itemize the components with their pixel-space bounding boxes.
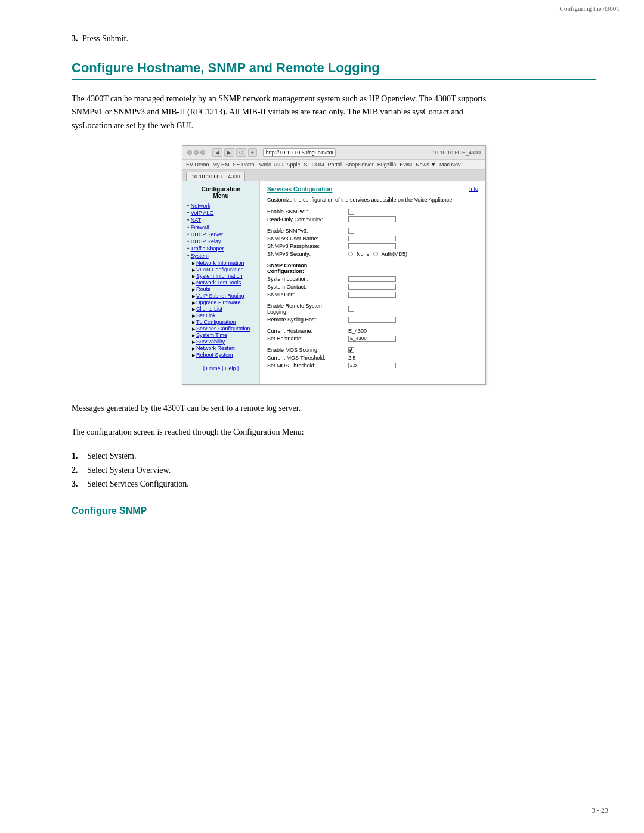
bookmark-mac-nov[interactable]: Mac Nov bbox=[439, 162, 461, 168]
step-3: 3. Select Services Configuration. bbox=[72, 477, 596, 491]
checkbox-snmpv3[interactable] bbox=[348, 228, 354, 234]
config-sidebar: Configuration Menu Network VoIP ALG NAT … bbox=[182, 181, 260, 384]
input-set-mos[interactable]: 2.5 bbox=[348, 363, 396, 368]
tab-main[interactable]: 10.10.10.60 E_4300 bbox=[186, 172, 245, 181]
forward-button[interactable]: ▶ bbox=[224, 148, 234, 157]
browser-dot-red bbox=[187, 150, 192, 155]
submenu-reboot-system[interactable]: Reboot System bbox=[192, 352, 255, 358]
field-set-mos: Set MOS Threshold: 2.5 bbox=[267, 363, 478, 368]
menu-item-voip-alg[interactable]: VoIP ALG bbox=[187, 210, 255, 216]
bookmark-sf-com[interactable]: SF.COM bbox=[304, 162, 324, 168]
input-system-location[interactable] bbox=[348, 276, 396, 282]
bookmark-news[interactable]: News ▼ bbox=[416, 162, 436, 168]
bookmark-ev-demo[interactable]: EV Demo bbox=[186, 162, 209, 168]
bookmark-snapserver[interactable]: SnapServer bbox=[345, 162, 374, 168]
intro-text: The 4300T can be managed remotely by an … bbox=[72, 92, 489, 132]
services-config-title: Services Configuration bbox=[267, 186, 332, 193]
field-snmp-common-config: SNMP CommonConfiguration: bbox=[267, 262, 478, 274]
submenu-system-time[interactable]: System Time bbox=[192, 332, 255, 338]
input-snmpv3-passphrase[interactable] bbox=[348, 243, 396, 249]
step-press-submit: 3. Press Submit. bbox=[72, 34, 596, 44]
input-set-hostname[interactable]: E_4300 bbox=[348, 336, 396, 342]
config-menu-title: Configuration Menu bbox=[187, 186, 255, 199]
bookmark-my-em[interactable]: My EM bbox=[213, 162, 230, 168]
input-system-contact[interactable] bbox=[348, 284, 396, 290]
submenu-network-test[interactable]: Network Test Tools bbox=[192, 280, 255, 286]
config-menu-list: Network VoIP ALG NAT Firewall DHCP Serve… bbox=[187, 203, 255, 259]
config-submenu: Network Information VLAN Configuration S… bbox=[187, 260, 255, 358]
menu-item-dhcp-relay[interactable]: DHCP Relay bbox=[187, 239, 255, 244]
field-snmpv3-username: SNMPv3 User Name: bbox=[267, 236, 478, 241]
field-enable-remote-logging: Enable Remote SystemLogging: bbox=[267, 303, 478, 315]
bookmark-apple[interactable]: Apple bbox=[287, 162, 301, 168]
page-header: Configuring the 4300T bbox=[0, 0, 644, 16]
submenu-survivability[interactable]: Survivability bbox=[192, 339, 255, 345]
services-config-desc: Customize the configuration of the servi… bbox=[267, 196, 478, 204]
tab-bar: 10.10.10.60 E_4300 bbox=[182, 170, 485, 181]
page-footer: 3 - 23 bbox=[592, 806, 608, 815]
submenu-upgrade-firmware[interactable]: Upgrade Firmware bbox=[192, 299, 255, 305]
input-read-only-community[interactable] bbox=[348, 216, 396, 222]
browser-dots bbox=[187, 150, 205, 155]
submenu-vlan-config[interactable]: VLAN Configuration bbox=[192, 267, 255, 272]
radio-auth-md5[interactable] bbox=[373, 252, 378, 256]
submenu-network-info[interactable]: Network Information bbox=[192, 260, 255, 266]
home-link[interactable]: | Home | Help | bbox=[203, 366, 239, 371]
reload-button[interactable]: C bbox=[236, 148, 246, 157]
menu-item-nat[interactable]: NAT bbox=[187, 217, 255, 223]
radio-snmpv3-security: None Auth(MD5) bbox=[348, 251, 407, 257]
submenu-tl-config[interactable]: TL Configuration bbox=[192, 319, 255, 325]
radio-none[interactable] bbox=[348, 252, 353, 256]
browser-nav: ◀ ▶ C + bbox=[212, 148, 257, 157]
bookmark-bugzilla[interactable]: Bugzilla bbox=[377, 162, 397, 168]
bookmark-vario-tac[interactable]: Vario TAC bbox=[259, 162, 283, 168]
menu-item-firewall[interactable]: Firewall bbox=[187, 224, 255, 230]
step-2: 2. Select System Overview. bbox=[72, 463, 596, 478]
bookmark-se-portal[interactable]: SE Portal bbox=[233, 162, 256, 168]
browser-titlebar: ◀ ▶ C + 10.10.10.60 E_4300 bbox=[182, 146, 485, 160]
menu-item-network[interactable]: Network bbox=[187, 203, 255, 209]
step-number: 3. bbox=[72, 34, 78, 43]
submenu-services-config[interactable]: Services Configuration bbox=[192, 326, 255, 332]
msg-config-screen: The configuration screen is reached thro… bbox=[72, 425, 489, 439]
field-current-mos: Current MOS Threshold: 2.5 bbox=[267, 355, 478, 361]
checkbox-mos-scoring[interactable]: ✓ bbox=[348, 347, 354, 353]
submenu-clients-list[interactable]: Clients List bbox=[192, 306, 255, 312]
plus-button[interactable]: + bbox=[248, 148, 257, 157]
browser-dot-yellow bbox=[194, 150, 199, 155]
field-enable-snmpv1: Enable SNMPv1: bbox=[267, 209, 478, 215]
checkbox-remote-logging[interactable] bbox=[348, 306, 354, 312]
field-current-hostname: Current Hostname: E_4300 bbox=[267, 328, 478, 334]
submenu-route[interactable]: Route bbox=[192, 286, 255, 292]
field-snmp-port: SNMP Port: bbox=[267, 292, 478, 298]
home-help-bar: | Home | Help | bbox=[187, 363, 255, 371]
info-link[interactable]: Info bbox=[469, 186, 478, 193]
back-button[interactable]: ◀ bbox=[212, 148, 222, 157]
browser-screenshot: ◀ ▶ C + 10.10.10.60 E_4300 EV Demo My EM… bbox=[182, 145, 486, 385]
step-1: 1. Select System. bbox=[72, 449, 596, 463]
input-remote-syslog-host[interactable] bbox=[348, 317, 396, 323]
config-content: Services Configuration Info Customize th… bbox=[260, 181, 485, 384]
input-snmp-port[interactable] bbox=[348, 292, 396, 298]
sub-section-heading: Configure SNMP bbox=[72, 506, 596, 516]
submenu-network-restart[interactable]: Network Restart bbox=[192, 345, 255, 351]
browser-body: Configuration Menu Network VoIP ALG NAT … bbox=[182, 181, 485, 384]
bookmark-portal[interactable]: Portal bbox=[328, 162, 342, 168]
bookmarks-bar: EV Demo My EM SE Portal Vario TAC Apple … bbox=[182, 160, 485, 170]
menu-item-traffic-shaper[interactable]: Traffic Shaper bbox=[187, 246, 255, 252]
url-bar[interactable] bbox=[263, 148, 336, 157]
submenu-set-link[interactable]: Set Link bbox=[192, 312, 255, 318]
value-current-mos: 2.5 bbox=[348, 355, 356, 361]
field-read-only-community: Read-Only Community: bbox=[267, 216, 478, 222]
menu-item-dhcp-server[interactable]: DHCP Server bbox=[187, 231, 255, 237]
bookmark-ewn[interactable]: EWN bbox=[400, 162, 412, 168]
browser-titlebar-left: ◀ ▶ C + bbox=[187, 148, 339, 157]
submenu-system-info[interactable]: System Information bbox=[192, 273, 255, 279]
field-system-location: System Location: bbox=[267, 276, 478, 282]
checkbox-snmpv1[interactable] bbox=[348, 209, 354, 215]
menu-item-system[interactable]: System bbox=[187, 253, 255, 259]
field-enable-snmpv3: Enable SNMPv3: bbox=[267, 228, 478, 234]
page-content: 3. Press Submit. Configure Hostname, SNM… bbox=[0, 16, 644, 558]
input-snmpv3-username[interactable] bbox=[348, 236, 396, 241]
submenu-voip-subnet[interactable]: VoIP Subnet Rouing bbox=[192, 293, 255, 299]
